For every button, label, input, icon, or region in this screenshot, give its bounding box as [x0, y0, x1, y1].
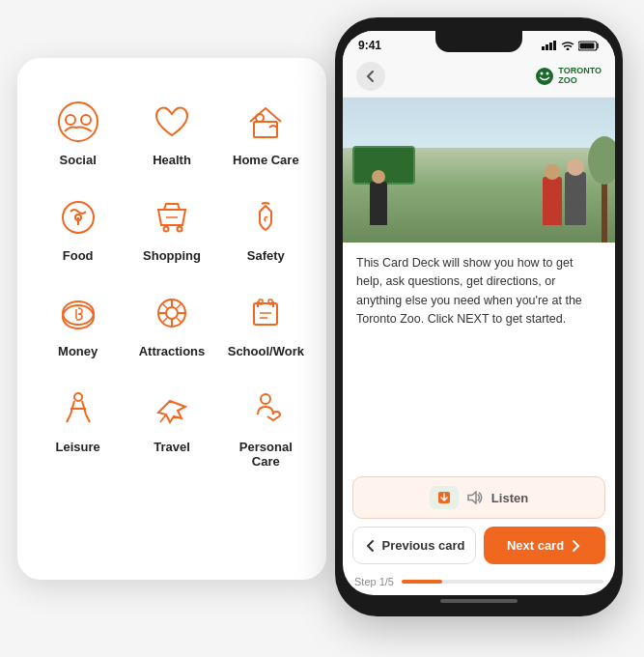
listen-button[interactable]: Listen: [352, 476, 605, 519]
top-nav: TORONTO ZOO: [343, 56, 615, 98]
card-description-text: This Card Deck will show you how to get …: [356, 254, 602, 329]
next-card-button[interactable]: Next card: [484, 527, 605, 564]
signal-icon: [542, 41, 557, 50]
svg-point-33: [536, 68, 553, 85]
save-icon-box: [430, 486, 459, 509]
svg-point-0: [59, 102, 98, 141]
svg-point-25: [261, 394, 270, 404]
zoo-paw-icon: [535, 67, 554, 86]
svg-line-20: [162, 318, 167, 323]
home-care-label: Home Care: [233, 153, 299, 167]
svg-point-24: [74, 393, 82, 401]
prev-label: Previous card: [382, 538, 465, 553]
figure-staff: [370, 182, 387, 225]
prev-arrow-icon: [364, 539, 378, 553]
svg-rect-23: [268, 300, 272, 304]
next-label: Next card: [507, 538, 564, 553]
zoo-logo-line2: ZOO: [558, 76, 602, 86]
travel-label: Travel: [154, 440, 190, 454]
svg-point-30: [567, 48, 570, 51]
time-display: 9:41: [358, 39, 381, 52]
food-label: Food: [63, 248, 94, 263]
previous-card-button[interactable]: Previous card: [352, 527, 476, 564]
svg-line-17: [162, 303, 167, 308]
svg-point-7: [163, 227, 168, 232]
grid-item-personal-care[interactable]: Personal Care: [221, 374, 311, 474]
svg-rect-3: [254, 122, 277, 137]
food-icon: [53, 192, 103, 243]
svg-line-19: [177, 303, 182, 308]
grid-item-safety[interactable]: Safety: [221, 183, 311, 269]
personal-care-icon: [240, 384, 291, 434]
shopping-label: Shopping: [143, 248, 201, 263]
progress-bar-fill: [402, 580, 442, 584]
svg-rect-28: [549, 43, 552, 50]
grid-item-shopping[interactable]: Shopping: [126, 183, 216, 269]
wifi-icon: [561, 41, 574, 50]
zoo-photo: [343, 98, 615, 243]
health-icon: [147, 97, 197, 147]
category-grid: Social Health Home Care: [33, 87, 311, 474]
listen-label: Listen: [491, 491, 528, 505]
progress-bar-background: [402, 580, 603, 584]
grid-item-school-work[interactable]: School/Work: [221, 278, 311, 364]
safety-label: Safety: [247, 248, 285, 263]
tree-decoration: [602, 165, 607, 243]
svg-rect-22: [259, 300, 263, 304]
home-indicator[interactable]: [440, 599, 518, 603]
grid-item-travel[interactable]: Travel: [126, 374, 216, 474]
download-icon: [436, 490, 452, 505]
attractions-label: Attractions: [139, 344, 206, 358]
school-work-label: School/Work: [228, 344, 304, 358]
grid-item-money[interactable]: Money: [33, 278, 123, 364]
toronto-zoo-logo: TORONTO ZOO: [535, 67, 602, 86]
attractions-icon: [147, 288, 197, 338]
travel-icon: [147, 384, 197, 434]
back-button[interactable]: [356, 62, 385, 91]
progress-area: Step 1/5: [343, 572, 615, 595]
safety-icon: [240, 192, 291, 243]
health-label: Health: [153, 153, 191, 167]
social-label: Social: [60, 153, 97, 167]
step-label: Step 1/5: [354, 576, 394, 587]
grid-item-health[interactable]: Health: [126, 87, 216, 173]
svg-point-2: [81, 115, 91, 125]
figure-visitor-red: [543, 177, 562, 225]
svg-rect-29: [553, 41, 556, 50]
phone-screen: 9:41: [343, 31, 615, 595]
grid-item-food[interactable]: Food: [33, 183, 123, 269]
money-icon: [53, 288, 103, 338]
shopping-icon: [147, 192, 197, 243]
money-label: Money: [58, 344, 98, 358]
status-icons: [542, 41, 600, 51]
category-grid-card: Social Health Home Care: [17, 58, 326, 580]
home-care-icon: [240, 97, 291, 147]
svg-point-12: [166, 307, 178, 319]
figure-visitor: [565, 172, 586, 225]
phone-notch: [435, 31, 522, 52]
svg-point-4: [256, 114, 264, 122]
grid-item-home-care[interactable]: Home Care: [221, 87, 311, 173]
personal-care-label: Personal Care: [225, 440, 307, 469]
grid-item-attractions[interactable]: Attractions: [126, 278, 216, 364]
grid-item-social[interactable]: Social: [33, 87, 123, 173]
svg-rect-27: [546, 44, 548, 50]
social-icon: [53, 97, 103, 147]
grid-item-leisure[interactable]: Leisure: [33, 374, 123, 474]
navigation-buttons: Previous card Next card: [343, 519, 615, 572]
leisure-label: Leisure: [56, 440, 100, 454]
speaker-icon: [466, 491, 484, 504]
svg-point-8: [177, 227, 182, 232]
svg-line-18: [177, 318, 182, 323]
school-work-icon: [240, 288, 291, 338]
battery-icon: [578, 41, 600, 51]
svg-point-34: [541, 72, 544, 75]
phone-frame: 9:41: [335, 17, 623, 616]
back-arrow-icon: [364, 70, 378, 83]
card-content-area: This Card Deck will show you how to get …: [343, 243, 615, 476]
svg-point-35: [546, 72, 549, 75]
svg-rect-32: [580, 43, 595, 48]
svg-point-1: [66, 115, 75, 125]
svg-rect-26: [542, 46, 545, 50]
leisure-icon: [53, 384, 103, 434]
